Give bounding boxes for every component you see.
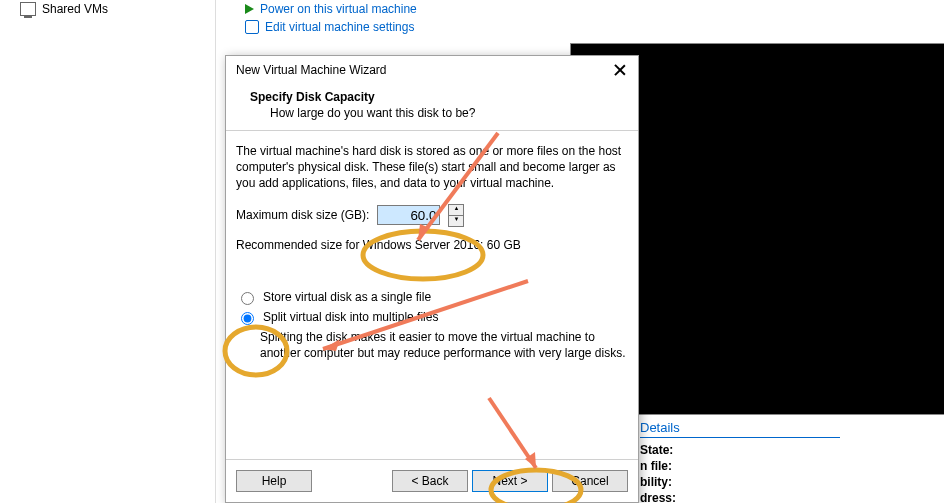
help-button[interactable]: Help [236,470,312,492]
settings-icon [245,20,259,34]
spinner-up[interactable]: ▲ [448,204,464,216]
dialog-subheading: How large do you want this disk to be? [250,106,638,120]
disk-size-row: Maximum disk size (GB): ▲ ▼ [236,204,628,227]
radio-single-file-label: Store virtual disk as a single file [263,289,431,305]
dialog-titlebar: New Virtual Machine Wizard [226,56,638,84]
dialog-title: New Virtual Machine Wizard [236,63,387,77]
radio-single-file-input[interactable] [241,292,254,305]
computer-icon [20,2,36,16]
tree-item-label: Shared VMs [42,2,108,16]
details-state-label: State: [640,443,673,457]
radio-split-files-input[interactable] [241,312,254,325]
details-panel: Details State: n file: bility: dress: [640,420,840,503]
dialog-heading: Specify Disk Capacity [250,90,638,104]
spinner-down[interactable]: ▼ [448,216,464,227]
details-header: Details [640,420,840,438]
disk-size-spinner: ▲ ▼ [448,204,464,227]
play-icon [245,4,254,14]
new-vm-wizard-dialog: New Virtual Machine Wizard Specify Disk … [225,55,639,503]
split-hint: Splitting the disk makes it easier to mo… [236,327,628,361]
details-bility-label: bility: [640,475,672,489]
dialog-body: The virtual machine's hard disk is store… [226,131,638,362]
edit-settings-label: Edit virtual machine settings [265,20,414,34]
back-button[interactable]: < Back [392,470,468,492]
edit-settings-link[interactable]: Edit virtual machine settings [245,18,417,36]
dialog-header: Specify Disk Capacity How large do you w… [226,84,638,130]
details-dress-label: dress: [640,491,676,503]
next-button[interactable]: Next > [472,470,548,492]
power-on-link[interactable]: Power on this virtual machine [245,0,417,18]
cancel-button[interactable]: Cancel [552,470,628,492]
sidebar-tree: Shared VMs [0,0,216,503]
radio-single-file[interactable]: Store virtual disk as a single file [236,287,628,307]
power-on-label: Power on this virtual machine [260,2,417,16]
disk-storage-radios: Store virtual disk as a single file Spli… [236,287,628,362]
disk-size-label: Maximum disk size (GB): [236,207,369,223]
radio-split-files-label: Split virtual disk into multiple files [263,309,438,325]
close-icon[interactable] [610,62,630,78]
dialog-footer: Help < Back Next > Cancel [226,459,638,502]
recommended-size: Recommended size for Windows Server 2016… [236,237,628,253]
disk-size-input[interactable] [377,205,440,225]
tree-item-shared-vms[interactable]: Shared VMs [0,0,215,18]
details-file-label: n file: [640,459,672,473]
disk-description: The virtual machine's hard disk is store… [236,143,628,192]
radio-split-files[interactable]: Split virtual disk into multiple files [236,307,628,327]
vm-action-links: Power on this virtual machine Edit virtu… [245,0,417,36]
